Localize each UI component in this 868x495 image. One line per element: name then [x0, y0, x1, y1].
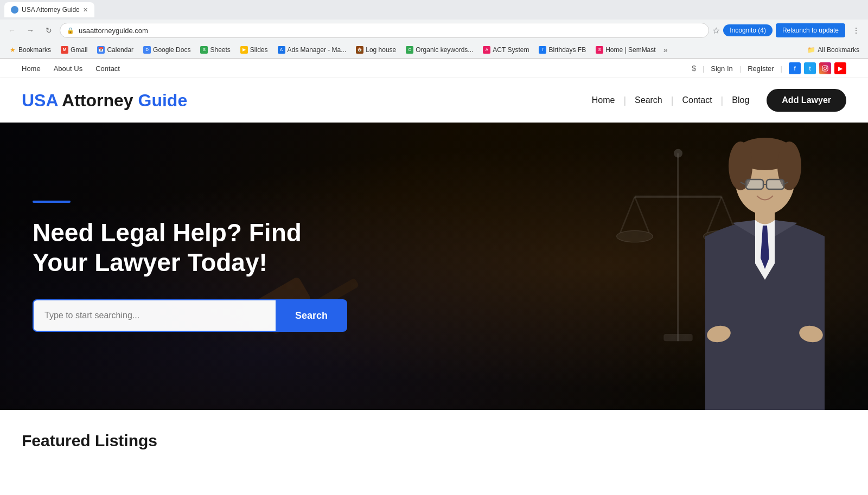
act-icon: A [483, 46, 490, 54]
divider: | [781, 65, 782, 73]
bookmark-item-gmail[interactable]: M Gmail [56, 44, 92, 56]
bookmark-label: Home | SemMast [605, 46, 655, 54]
relaunch-button[interactable]: Relaunch to update [776, 23, 845, 37]
utility-nav: Home About Us Contact [22, 65, 120, 73]
nav-home[interactable]: Home [588, 93, 620, 107]
hero-section: Need Legal Help? Find Your Lawyer Today!… [0, 123, 868, 410]
nav-divider: | [623, 95, 626, 106]
sem-icon: S [596, 46, 603, 54]
bookmark-label: Calendar [107, 46, 133, 54]
bookmark-label: Organic keywords... [416, 46, 473, 54]
nav-divider: | [721, 95, 724, 106]
bookmark-label: Sheets [210, 46, 230, 54]
hero-lawyer-image [608, 123, 868, 410]
hero-title: Need Legal Help? Find Your Lawyer Today! [33, 218, 347, 278]
featured-listings-title: Featured Listings [22, 432, 846, 450]
hero-search-button[interactable]: Search [276, 299, 347, 332]
utility-nav-about[interactable]: About Us [54, 65, 82, 73]
nav-contact[interactable]: Contact [678, 93, 716, 107]
bookmark-item-slides[interactable]: ▶ Slides [236, 44, 272, 56]
tab-close-icon[interactable]: ✕ [83, 7, 88, 14]
sheets-icon: S [200, 46, 208, 54]
docs-icon: D [143, 46, 151, 54]
svg-point-1 [824, 67, 827, 70]
youtube-icon[interactable]: ▶ [834, 62, 846, 74]
nav-blog[interactable]: Blog [727, 93, 754, 107]
bookmark-item-sheets[interactable]: S Sheets [196, 44, 234, 56]
utility-nav-contact[interactable]: Contact [95, 65, 120, 73]
star-icon: ★ [9, 46, 16, 54]
browser-tabs: USA Attorney Guide ✕ [0, 0, 868, 20]
svg-point-2 [826, 67, 827, 68]
utility-nav-home[interactable]: Home [22, 65, 41, 73]
bookmark-item-log-house[interactable]: 🏠 Log house [352, 44, 400, 56]
bookmark-label: ACT System [493, 46, 529, 54]
ads-icon: A [278, 46, 285, 54]
more-bookmarks-chevron[interactable]: » [663, 46, 668, 54]
facebook-icon[interactable]: f [789, 62, 801, 74]
log-icon: 🏠 [356, 46, 363, 54]
svg-rect-19 [767, 179, 784, 189]
browser-chrome: USA Attorney Guide ✕ ← → ↻ 🔒 usaattorney… [0, 0, 868, 59]
divider: | [703, 65, 704, 73]
folder-icon: 📁 [807, 46, 815, 54]
menu-button[interactable]: ⋮ [848, 23, 864, 38]
all-bookmarks-label: All Bookmarks [818, 46, 859, 54]
bookmark-item-bookmarks[interactable]: ★ Bookmarks [4, 44, 55, 56]
main-nav: Home | Search | Contact | Blog Add Lawye… [588, 89, 846, 112]
nav-search[interactable]: Search [630, 93, 667, 107]
reload-button[interactable]: ↻ [41, 23, 56, 38]
bookmark-item-act-system[interactable]: A ACT System [478, 44, 533, 56]
sign-in-link[interactable]: Sign In [711, 65, 732, 73]
bookmark-label: Ads Manager - Ma... [288, 46, 347, 54]
browser-toolbar: ← → ↻ 🔒 usaattorneyguide.com ☆ Incognito… [0, 20, 868, 41]
bookmark-label: Google Docs [153, 46, 190, 54]
instagram-icon[interactable] [819, 62, 831, 74]
svg-rect-18 [746, 179, 763, 189]
nav-divider: | [671, 95, 674, 106]
organic-icon: O [406, 46, 413, 54]
tab-favicon [11, 6, 18, 14]
back-button[interactable]: ← [4, 23, 20, 38]
bookmark-item-calendar[interactable]: 📅 Calendar [93, 44, 138, 56]
bookmarks-bar: ★ Bookmarks M Gmail 📅 Calendar D Google … [0, 41, 868, 59]
lawyer-silhouette [662, 128, 868, 410]
hero-search-form: Search [33, 299, 347, 332]
address-bar[interactable]: 🔒 usaattorneyguide.com [60, 23, 709, 38]
hero-content: Need Legal Help? Find Your Lawyer Today!… [0, 168, 380, 364]
bookmark-label: Bookmarks [18, 46, 51, 54]
active-tab[interactable]: USA Attorney Guide ✕ [4, 2, 94, 17]
url-display: usaattorneyguide.com [79, 27, 148, 35]
hero-search-input[interactable] [33, 299, 276, 332]
logo-attorney: Attorney [62, 91, 138, 110]
bookmark-label: Birthdays FB [548, 46, 586, 54]
bookmark-label: Gmail [71, 46, 87, 54]
hero-accent-line [33, 201, 71, 203]
calendar-icon: 📅 [97, 46, 105, 54]
bookmark-item-organic-keywords[interactable]: O Organic keywords... [401, 44, 477, 56]
dollar-sign-icon: $ [692, 64, 696, 73]
bookmark-item-google-docs[interactable]: D Google Docs [139, 44, 195, 56]
site-logo[interactable]: USA Attorney Guide [22, 91, 187, 111]
featured-section: Featured Listings [0, 410, 868, 472]
svg-rect-0 [822, 66, 828, 71]
register-link[interactable]: Register [748, 65, 774, 73]
bookmark-item-birthdays-fb[interactable]: f Birthdays FB [534, 44, 590, 56]
all-bookmarks-button[interactable]: 📁 All Bookmarks [803, 44, 864, 56]
bookmark-item-home-semmast[interactable]: S Home | SemMast [591, 44, 660, 56]
bookmark-label: Log house [366, 46, 396, 54]
website-content: Home About Us Contact $ | Sign In | Regi… [0, 59, 868, 472]
fb-icon: f [539, 46, 546, 54]
bookmark-item-ads-manager[interactable]: A Ads Manager - Ma... [273, 44, 351, 56]
add-lawyer-button[interactable]: Add Lawyer [767, 89, 846, 112]
gmail-icon: M [61, 46, 68, 54]
bookmark-label: Slides [250, 46, 268, 54]
logo-guide: Guide [138, 91, 188, 110]
utility-right: $ | Sign In | Register | f t ▶ [692, 62, 846, 74]
bookmark-star-button[interactable]: ☆ [712, 25, 720, 36]
incognito-button[interactable]: Incognito (4) [723, 24, 773, 36]
tab-title: USA Attorney Guide [22, 6, 80, 14]
main-header: USA Attorney Guide Home | Search | Conta… [0, 78, 868, 123]
twitter-icon[interactable]: t [804, 62, 816, 74]
forward-button[interactable]: → [23, 23, 38, 38]
